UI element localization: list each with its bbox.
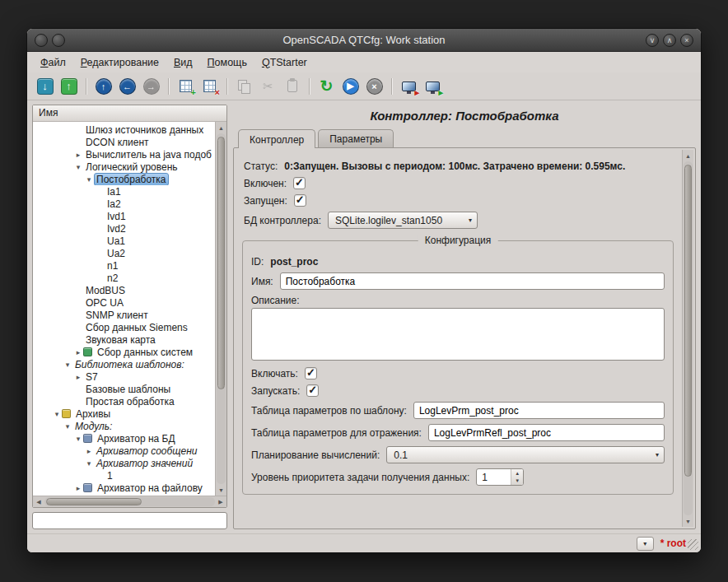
name-input[interactable]	[280, 272, 665, 290]
maximize-button[interactable]: ∧	[663, 34, 676, 47]
to-start-checkbox[interactable]	[306, 384, 319, 397]
tree-scroll-track[interactable]	[217, 133, 226, 484]
expand-icon[interactable]: ▸	[73, 373, 83, 381]
tree-item[interactable]: ▸Архиватор на файлову	[33, 482, 215, 494]
db-combobox[interactable]: SQLite.logilev_stan1050 ▾	[328, 212, 478, 229]
tree-item[interactable]: ModBUS	[33, 284, 215, 296]
collapse-icon[interactable]: ▾	[63, 361, 72, 369]
tree-item[interactable]: ▾Модуль:	[33, 420, 215, 432]
tree-item[interactable]: SNMP клиент	[33, 309, 215, 321]
enabled-checkbox[interactable]	[293, 177, 306, 189]
menu-item-1[interactable]: Редактирование	[74, 54, 166, 71]
tree-item[interactable]: ▾Постобработка	[33, 173, 215, 185]
stop-button[interactable]: ×	[363, 75, 385, 97]
tree-item[interactable]: n1	[33, 259, 215, 272]
scroll-up-icon[interactable]: ▲	[217, 123, 226, 133]
close-button[interactable]: ×	[680, 34, 693, 47]
collapse-icon[interactable]: ▾	[52, 410, 62, 418]
tree-item[interactable]: ▾Логический уровень	[33, 161, 215, 173]
description-textarea[interactable]	[251, 308, 665, 361]
expand-icon[interactable]: ▸	[73, 348, 83, 356]
tree-item[interactable]: Ia1	[33, 185, 215, 198]
expand-icon[interactable]: ▸	[84, 447, 94, 455]
start-button[interactable]: ▶	[339, 75, 362, 97]
tree-item[interactable]: ▸Архиватор сообщени	[33, 445, 215, 457]
tree-item[interactable]: Базовые шаблоны	[33, 383, 215, 395]
refresh-button[interactable]: ↻	[315, 75, 338, 97]
tree-item[interactable]: Звуковая карта	[33, 333, 215, 346]
tree-item[interactable]: OPC UA	[33, 296, 215, 309]
tree-item[interactable]: 1	[33, 469, 215, 482]
table-reflection-input[interactable]	[428, 424, 665, 441]
tree-item[interactable]: Ivd2	[33, 222, 215, 235]
tree-item[interactable]: ▾Библиотека шаблонов:	[33, 358, 215, 370]
scroll-down-icon[interactable]: ▼	[684, 516, 693, 526]
tree-hscroll-thumb[interactable]	[46, 498, 142, 505]
load-from-db-button[interactable]: ↓	[34, 75, 56, 97]
delete-item-button[interactable]: ×	[198, 75, 221, 97]
collapse-icon[interactable]: ▾	[73, 163, 83, 171]
tree-item[interactable]: Шлюз источников данных	[33, 123, 215, 136]
tree-vertical-scrollbar[interactable]: ▲ ▼	[215, 122, 226, 496]
tree-viewport[interactable]: Шлюз источников данныхDCON клиент▸Вычисл…	[33, 122, 215, 496]
collapse-icon[interactable]: ▾	[73, 435, 83, 443]
shade-button[interactable]: ∨	[646, 34, 659, 47]
expand-icon[interactable]: ▸	[73, 484, 83, 492]
tree-item[interactable]: Ia2	[33, 198, 215, 210]
tree-horizontal-scrollbar[interactable]: ◀ ▶	[33, 496, 226, 507]
tree-item[interactable]: ▾Архиватор значений	[33, 457, 215, 469]
go-up-button[interactable]: ↑	[92, 75, 114, 97]
config-panel: Контроллер: Постобработка КонтроллерПара…	[233, 105, 696, 529]
priority-spinbox[interactable]: 1 ▲ ▼	[476, 468, 524, 486]
qtstarter-config-button[interactable]: ▸	[422, 75, 444, 97]
tree-item[interactable]: ▸Вычислитель на java подоб	[33, 148, 215, 161]
form-scroll-thumb[interactable]	[684, 165, 692, 476]
go-back-button[interactable]: ←	[116, 75, 138, 97]
cut-item-icon: ✂	[263, 79, 273, 94]
tree-item[interactable]: Ivd1	[33, 210, 215, 222]
scroll-up-icon[interactable]: ▲	[684, 151, 693, 161]
running-checkbox[interactable]	[294, 194, 306, 207]
tree-item[interactable]: ▸Сбор данных систем	[33, 346, 215, 358]
scroll-left-icon[interactable]: ◀	[34, 497, 44, 507]
menu-item-0[interactable]: Файл	[34, 54, 72, 71]
form-scroll-track[interactable]	[684, 161, 693, 515]
tree-item[interactable]: n2	[33, 272, 215, 284]
tree-header[interactable]: Имя	[33, 105, 226, 122]
tree-item[interactable]: ▸S7	[33, 370, 215, 383]
spin-up-icon[interactable]: ▲	[511, 469, 523, 477]
tree-item[interactable]: ▾Архиватор на БД	[33, 432, 215, 445]
menu-item-4[interactable]: QTStarter	[255, 54, 314, 71]
menu-item-2[interactable]: Вид	[167, 54, 199, 71]
expand-icon[interactable]: ▸	[73, 151, 83, 159]
add-item-button[interactable]: +	[175, 75, 197, 97]
tree-item[interactable]: Ua1	[33, 235, 215, 247]
table-template-input[interactable]	[413, 402, 665, 419]
to-enable-checkbox[interactable]	[305, 367, 317, 379]
scroll-down-icon[interactable]: ▼	[217, 485, 226, 495]
tree-item[interactable]: Сбор данных Siemens	[33, 321, 215, 333]
tree-hscroll-track[interactable]	[44, 497, 215, 506]
collapse-icon[interactable]: ▾	[84, 175, 94, 184]
tab-0[interactable]: Контроллер	[238, 129, 315, 148]
tree-item[interactable]: DCON клиент	[33, 136, 215, 148]
tree-item[interactable]: Ua2	[33, 247, 215, 259]
scroll-right-icon[interactable]: ▶	[216, 497, 226, 507]
spin-down-icon[interactable]: ▼	[511, 477, 523, 486]
collapse-icon[interactable]: ▾	[84, 459, 94, 468]
tree-search-input[interactable]	[32, 512, 227, 529]
resize-grip[interactable]	[688, 539, 698, 550]
save-to-db-button[interactable]: ↑	[58, 75, 80, 97]
collapse-icon[interactable]: ▾	[63, 422, 72, 431]
menu-item-3[interactable]: Помощь	[201, 54, 254, 71]
status-combobox[interactable]: ▾	[637, 537, 654, 551]
tree-scroll-thumb[interactable]	[217, 137, 225, 389]
tab-1[interactable]: Параметры	[318, 129, 394, 148]
tree-item[interactable]: ▾Архивы	[33, 407, 215, 420]
title-bar[interactable]: OpenSCADA QTCfg: Work station ∨∧×	[27, 29, 701, 52]
schedule-combobox[interactable]: 0.1 ▾	[386, 446, 665, 463]
form-vertical-scrollbar[interactable]: ▲ ▼	[682, 150, 693, 527]
tree-item-label: Вычислитель на java подоб	[83, 149, 214, 161]
tree-item[interactable]: Простая обработка	[33, 395, 215, 407]
qtstarter-window-button[interactable]: ▸	[398, 75, 420, 97]
